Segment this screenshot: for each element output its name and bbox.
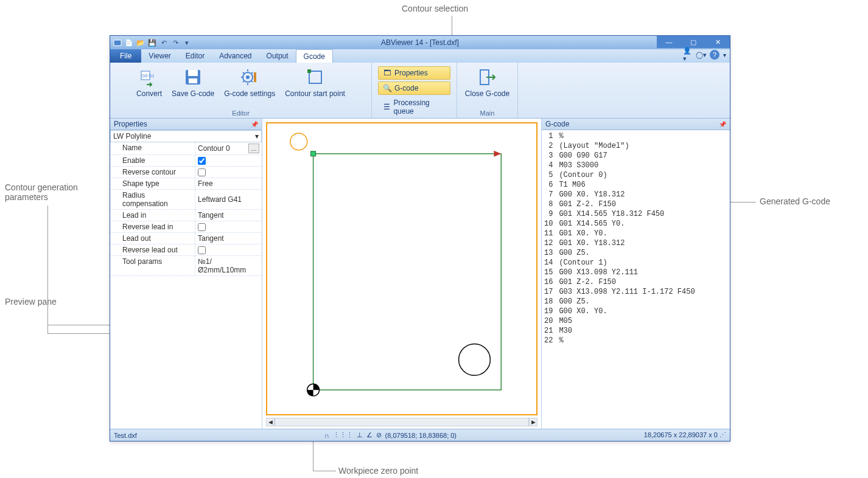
- processing-queue-label: Processing queue: [393, 99, 446, 116]
- close-button[interactable]: ✕: [705, 36, 730, 48]
- prop-value-leadout[interactable]: Tangent: [195, 233, 262, 244]
- contour-start-label: Contour start point: [285, 89, 345, 98]
- prop-key: Shape type: [110, 178, 195, 189]
- maximize-button[interactable]: ▢: [681, 36, 705, 48]
- convert-button[interactable]: G0 G1 Convert: [136, 65, 162, 98]
- canvas[interactable]: [266, 122, 537, 415]
- gcode-settings-label: G-code settings: [224, 89, 275, 98]
- help-icon[interactable]: ?: [710, 50, 719, 60]
- snap-icon[interactable]: ∩: [324, 432, 329, 439]
- svg-rect-4: [188, 70, 198, 76]
- status-coords: (8,079518; 18,83868; 0): [385, 432, 457, 439]
- polar-icon[interactable]: ∠: [366, 431, 373, 439]
- prop-value-radius[interactable]: Leftward G41: [195, 190, 262, 209]
- prop-value-name[interactable]: Contour 0: [198, 144, 246, 153]
- contour-selection-marker: [290, 133, 307, 150]
- svg-point-7: [246, 75, 250, 79]
- reverse-leadin-checkbox[interactable]: [198, 223, 206, 231]
- processing-queue-button[interactable]: ☰ Processing queue: [378, 97, 450, 117]
- properties-grid: Name Contour 0… Enable Reverse contour S…: [110, 142, 262, 429]
- app-icon[interactable]: [113, 38, 122, 47]
- user-icon[interactable]: 👤▾: [683, 50, 693, 60]
- redo-icon[interactable]: ↷: [170, 38, 180, 47]
- save-gcode-button[interactable]: Save G-code: [172, 65, 214, 98]
- ribbon: G0 G1 Convert Save G-code G-code setting…: [110, 63, 730, 119]
- save-icon[interactable]: 💾: [147, 38, 157, 47]
- prop-value-leadin[interactable]: Tangent: [195, 210, 262, 221]
- resize-grip-icon[interactable]: ⋰: [719, 431, 726, 438]
- status-filename: Test.dxf: [114, 432, 137, 439]
- ribbon-group-main: Main: [463, 108, 511, 118]
- scroll-left-icon[interactable]: ◀: [266, 418, 275, 426]
- window-title: ABViewer 14 - [Test.dxf]: [381, 38, 459, 47]
- prop-value-toolparams[interactable]: №1/Ø2mm/L10mm: [195, 256, 262, 275]
- style-icon[interactable]: ◯▾: [696, 50, 706, 60]
- titlebar: 📄 📂 💾 ↶ ↷ ▾ ABViewer 14 - [Test.dxf] — ▢…: [110, 36, 730, 49]
- gcode-panel-button[interactable]: 🔍 G-code: [378, 81, 450, 95]
- prop-key: Lead out: [110, 233, 195, 244]
- svg-rect-5: [189, 78, 197, 83]
- prop-row-lead-out: Lead out Tangent: [110, 233, 262, 244]
- prop-row-lead-in: Lead in Tangent: [110, 210, 262, 221]
- gcode-settings-button[interactable]: G-code settings: [224, 65, 275, 98]
- preview-pane[interactable]: ◀ ▶: [262, 119, 541, 429]
- qat-dropdown-icon[interactable]: ▾: [182, 38, 192, 47]
- gcode-editor[interactable]: 12345678910111213141516171819202122 %(La…: [542, 130, 730, 429]
- tab-editor[interactable]: Editor: [178, 49, 212, 63]
- close-gcode-label: Close G-code: [465, 89, 509, 98]
- anno-line: [47, 206, 48, 325]
- svg-rect-8: [254, 72, 256, 82]
- prop-key: Name: [110, 142, 195, 154]
- new-icon[interactable]: 📄: [124, 38, 134, 47]
- horizontal-scrollbar[interactable]: ◀ ▶: [266, 418, 537, 426]
- tab-gcode[interactable]: Gcode: [296, 49, 333, 63]
- prop-key: Reverse lead in: [110, 221, 195, 232]
- gcode-panel: G-code 📌 1234567891011121314151617181920…: [541, 119, 730, 429]
- anno-line: [313, 471, 336, 471]
- magnify-icon: 🔍: [382, 83, 392, 93]
- prop-value-shape[interactable]: Free: [195, 178, 262, 189]
- ortho-icon[interactable]: ⊥: [357, 431, 363, 439]
- tab-viewer[interactable]: Viewer: [141, 49, 178, 63]
- entity-selector[interactable]: LW Polyline ▾: [110, 130, 262, 142]
- tab-advanced[interactable]: Advanced: [212, 49, 259, 63]
- pin-icon[interactable]: 📌: [719, 121, 726, 128]
- gcode-panel-title: G-code: [545, 120, 569, 128]
- direction-arrow-icon: [494, 151, 501, 157]
- pin-icon[interactable]: 📌: [251, 121, 258, 128]
- ellipsis-button[interactable]: …: [248, 144, 259, 153]
- convert-icon: G0 G1: [139, 68, 159, 87]
- reverse-leadout-checkbox[interactable]: [198, 246, 206, 254]
- contour-path: [313, 154, 502, 390]
- undo-icon[interactable]: ↶: [159, 38, 169, 47]
- annotation-workpiece-zero: Workpiece zero point: [338, 466, 418, 476]
- entity-selector-value: LW Polyline: [113, 132, 151, 140]
- enable-checkbox[interactable]: [198, 157, 206, 165]
- scroll-track[interactable]: [275, 418, 529, 426]
- exit-icon: [478, 68, 497, 87]
- prop-key: Tool params: [110, 256, 195, 275]
- annotation-preview-pane: Preview pane: [5, 297, 57, 307]
- prop-row-shape-type: Shape type Free: [110, 178, 262, 190]
- file-menu[interactable]: File: [110, 49, 141, 63]
- contour-start-icon: [306, 68, 325, 87]
- line-gutter: 12345678910111213141516171819202122: [542, 130, 556, 429]
- grid-icon[interactable]: ⋮⋮⋮: [333, 431, 353, 439]
- prop-key: Radius compensation: [110, 190, 195, 209]
- prop-row-reverse-lead-in: Reverse lead in: [110, 221, 262, 233]
- close-gcode-button[interactable]: Close G-code: [465, 65, 509, 98]
- prop-key: Lead in: [110, 210, 195, 221]
- osnap-icon[interactable]: ⊘: [376, 431, 382, 439]
- open-icon[interactable]: 📂: [136, 38, 145, 47]
- statusbar: Test.dxf ∩ ⋮⋮⋮ ⊥ ∠ ⊘ (8,079518; 18,83868…: [110, 429, 730, 441]
- scroll-right-icon[interactable]: ▶: [529, 418, 537, 426]
- tab-output[interactable]: Output: [259, 49, 296, 63]
- anno-line: [47, 309, 48, 333]
- properties-panel-button[interactable]: 🗔 Properties: [378, 66, 450, 80]
- gcode-text[interactable]: %(Layout "Model")G00 G90 G17M03 S3000(Co…: [556, 130, 697, 429]
- contour-start-button[interactable]: Contour start point: [285, 65, 345, 98]
- reverse-contour-checkbox[interactable]: [198, 168, 206, 176]
- minimize-button[interactable]: —: [657, 36, 681, 48]
- save-gcode-icon: [183, 68, 203, 87]
- help-dropdown-icon[interactable]: ▾: [723, 52, 726, 58]
